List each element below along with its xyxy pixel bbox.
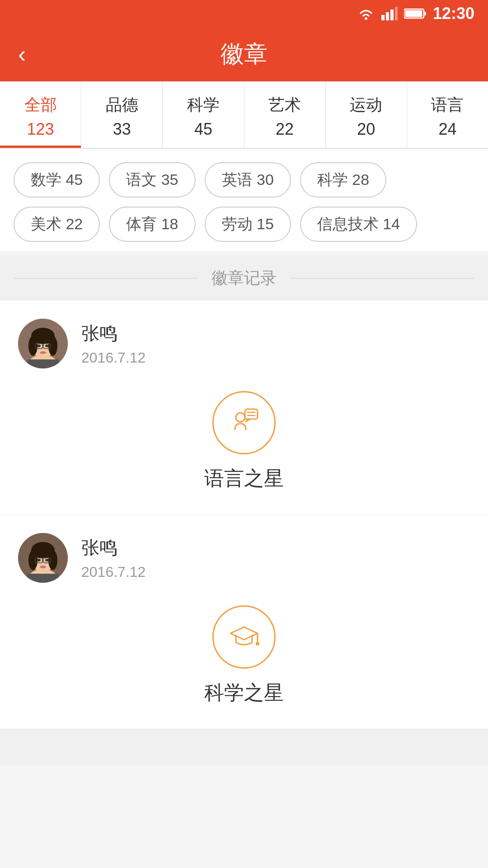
tab-label-language: 语言 — [431, 94, 464, 116]
tab-label-science: 科学 — [187, 94, 220, 116]
wifi-icon — [357, 7, 375, 20]
tab-count-virtue: 33 — [113, 120, 131, 139]
svg-point-21 — [236, 413, 245, 422]
filter-tag-it[interactable]: 信息技术 14 — [300, 207, 417, 242]
svg-point-14 — [48, 336, 57, 356]
svg-rect-10 — [27, 359, 59, 368]
tab-item-virtue[interactable]: 品德 33 — [81, 81, 163, 148]
records-container: 张鸣2016.7.12语言之星张鸣2016.7.12科学之星 — [0, 301, 488, 729]
record-date: 2016.7.12 — [81, 349, 145, 366]
tab-count-art: 22 — [276, 120, 294, 139]
section-title: 徽章记录 — [211, 267, 277, 289]
svg-point-13 — [28, 336, 38, 356]
filter-tag-english[interactable]: 英语 30 — [205, 162, 291, 198]
tab-item-language[interactable]: 语言 24 — [407, 81, 488, 148]
svg-point-32 — [37, 559, 41, 561]
tab-label-sports: 运动 — [350, 94, 382, 116]
filter-tag-labor[interactable]: 劳动 15 — [205, 207, 291, 242]
svg-point-16 — [45, 344, 49, 347]
filter-tag-pe[interactable]: 体育 18 — [109, 207, 195, 242]
record-user-info: 张鸣2016.7.12 — [81, 535, 145, 580]
record-user-info: 张鸣2016.7.12 — [81, 321, 145, 366]
page-title: 徽章 — [221, 38, 267, 70]
status-time: 12:30 — [433, 4, 474, 23]
badge-name: 语言之星 — [204, 465, 284, 492]
avatar — [18, 533, 68, 583]
header: ‹ 徽章 — [0, 27, 488, 81]
tab-count-all: 123 — [27, 120, 54, 139]
filter-tag-chinese[interactable]: 语文 35 — [109, 162, 195, 198]
svg-point-31 — [48, 550, 57, 570]
svg-point-33 — [45, 559, 49, 561]
svg-rect-4 — [395, 7, 398, 20]
tab-item-art[interactable]: 艺术 22 — [244, 81, 326, 148]
separator-line-right — [290, 278, 474, 278]
tab-item-science[interactable]: 科学 45 — [163, 81, 244, 148]
filter-section: 数学 45语文 35英语 30科学 28美术 22体育 18劳动 15信息技术 … — [0, 149, 488, 251]
footer — [0, 729, 488, 765]
svg-rect-1 — [381, 15, 385, 20]
badge-name: 科学之星 — [204, 679, 284, 706]
back-button[interactable]: ‹ — [18, 41, 26, 68]
svg-point-15 — [37, 344, 41, 347]
record-date: 2016.7.12 — [81, 564, 145, 580]
filter-tag-art[interactable]: 美术 22 — [14, 207, 100, 242]
svg-rect-6 — [405, 10, 422, 17]
badge-area: 科学之星 — [18, 605, 470, 706]
avatar — [18, 319, 68, 368]
svg-point-20 — [40, 351, 46, 354]
tab-label-virtue: 品德 — [106, 94, 138, 116]
tab-label-art: 艺术 — [268, 94, 301, 116]
svg-rect-2 — [386, 12, 389, 20]
tab-item-all[interactable]: 全部 123 — [0, 81, 81, 148]
badge-icon-science — [212, 605, 276, 669]
svg-rect-7 — [424, 12, 426, 15]
tab-count-science: 45 — [194, 120, 212, 139]
tab-count-language: 24 — [438, 120, 456, 139]
record-item-record-2: 张鸣2016.7.12科学之星 — [0, 515, 488, 729]
svg-rect-3 — [390, 9, 394, 20]
filter-tag-science[interactable]: 科学 28 — [300, 162, 386, 198]
tab-count-sports: 20 — [357, 120, 375, 139]
svg-point-37 — [40, 566, 46, 568]
record-header: 张鸣2016.7.12 — [18, 319, 470, 368]
tab-bar: 全部 123 品德 33 科学 45 艺术 22 运动 20 语言 24 — [0, 81, 488, 149]
svg-rect-27 — [27, 574, 59, 583]
signal-icon — [381, 7, 398, 20]
svg-point-40 — [256, 642, 259, 646]
record-header: 张鸣2016.7.12 — [18, 533, 470, 583]
svg-marker-38 — [230, 627, 258, 640]
filter-tag-math[interactable]: 数学 45 — [14, 162, 100, 198]
tab-label-all: 全部 — [24, 94, 57, 116]
battery-icon — [404, 8, 427, 19]
badge-icon-language — [212, 391, 276, 454]
record-username: 张鸣 — [81, 535, 145, 560]
svg-point-0 — [365, 17, 367, 20]
svg-point-30 — [28, 550, 38, 570]
record-username: 张鸣 — [81, 321, 145, 346]
status-icons: 12:30 — [357, 4, 474, 23]
tab-item-sports[interactable]: 运动 20 — [326, 81, 407, 148]
separator-line-left — [14, 278, 198, 278]
badge-area: 语言之星 — [18, 391, 470, 492]
status-bar: 12:30 — [0, 0, 488, 27]
svg-rect-22 — [245, 409, 258, 419]
section-separator: 徽章记录 — [0, 255, 488, 301]
record-item-record-1: 张鸣2016.7.12语言之星 — [0, 301, 488, 515]
